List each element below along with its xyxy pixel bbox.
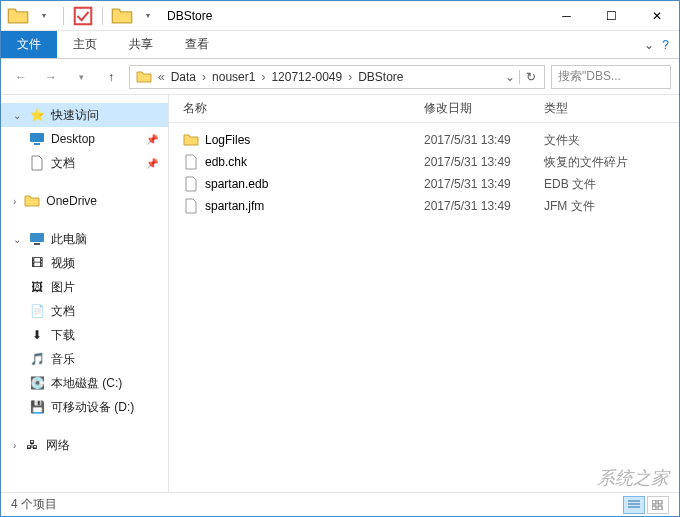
desktop-icon	[29, 131, 45, 147]
video-icon: 🎞	[29, 255, 45, 271]
close-button[interactable]: ✕	[634, 1, 679, 31]
file-row[interactable]: LogFiles 2017/5/31 13:49 文件夹	[169, 129, 679, 151]
qat-dropdown-icon[interactable]: ▾	[33, 5, 55, 27]
forward-button[interactable]: →	[39, 65, 63, 89]
column-type[interactable]: 类型	[544, 100, 679, 117]
details-view-button[interactable]	[623, 496, 645, 514]
file-row[interactable]: spartan.jfm 2017/5/31 13:49 JFM 文件	[169, 195, 679, 217]
breadcrumb-segment[interactable]: 120712-0049	[267, 66, 346, 88]
column-name[interactable]: 名称	[169, 100, 424, 117]
sidebar-item-label: 下载	[51, 327, 75, 344]
removable-drive-icon: 💾	[29, 399, 45, 415]
breadcrumb[interactable]: « Data › nouser1 › 120712-0049 › DBStore…	[129, 65, 545, 89]
chevron-right-icon[interactable]: ›	[346, 70, 354, 84]
file-name: spartan.jfm	[205, 199, 264, 213]
folder-icon[interactable]	[7, 5, 29, 27]
pin-icon: 📌	[146, 134, 158, 145]
file-icon	[183, 176, 199, 192]
chevron-right-icon[interactable]: «	[156, 70, 167, 84]
svg-rect-5	[652, 500, 656, 504]
refresh-icon[interactable]: ↻	[519, 70, 542, 84]
breadcrumb-segment[interactable]: DBStore	[354, 66, 407, 88]
qat-dropdown2-icon[interactable]: ▾	[137, 5, 159, 27]
separator	[63, 7, 64, 25]
file-row[interactable]: spartan.edb 2017/5/31 13:49 EDB 文件	[169, 173, 679, 195]
sidebar-quick-access[interactable]: ⌄ ⭐ 快速访问	[1, 103, 168, 127]
sidebar-item-pictures[interactable]: 🖼图片	[1, 275, 168, 299]
star-icon: ⭐	[29, 107, 45, 123]
file-name: spartan.edb	[205, 177, 268, 191]
sidebar-this-pc[interactable]: ⌄ 此电脑	[1, 227, 168, 251]
pin-icon: 📌	[146, 158, 158, 169]
sidebar-item-documents[interactable]: 📄文档	[1, 299, 168, 323]
maximize-button[interactable]: ☐	[589, 1, 634, 31]
chevron-down-icon[interactable]: ⌄	[13, 110, 21, 121]
svg-rect-7	[652, 506, 656, 510]
document-icon: 📄	[29, 303, 45, 319]
explorer-window: ▾ ▾ DBStore ─ ☐ ✕ 文件 主页 共享 查看 ⌄ ? ← → ▾ …	[0, 0, 680, 517]
properties-icon[interactable]	[72, 5, 94, 27]
statusbar: 4 个项目	[1, 492, 679, 516]
sidebar-item-label: 本地磁盘 (C:)	[51, 375, 122, 392]
sidebar-item-music[interactable]: 🎵音乐	[1, 347, 168, 371]
sidebar-item-label: 视频	[51, 255, 75, 272]
ribbon-expand-icon[interactable]: ⌄	[644, 38, 654, 52]
folder-small-icon[interactable]	[111, 5, 133, 27]
column-headers: 名称 修改日期 类型	[169, 95, 679, 123]
sidebar-item-downloads[interactable]: ⬇下载	[1, 323, 168, 347]
icons-view-button[interactable]	[647, 496, 669, 514]
sidebar-item-desktop[interactable]: Desktop 📌	[1, 127, 168, 151]
file-date: 2017/5/31 13:49	[424, 133, 544, 147]
chevron-down-icon[interactable]: ⌄	[13, 234, 21, 245]
sidebar-item-videos[interactable]: 🎞视频	[1, 251, 168, 275]
ribbon-tab-home[interactable]: 主页	[57, 31, 113, 58]
svg-rect-6	[658, 500, 662, 504]
breadcrumb-segment[interactable]: nouser1	[208, 66, 259, 88]
sidebar-item-label: 文档	[51, 155, 75, 172]
titlebar: ▾ ▾ DBStore ─ ☐ ✕	[1, 1, 679, 31]
download-icon: ⬇	[29, 327, 45, 343]
file-list: LogFiles 2017/5/31 13:49 文件夹 edb.chk 201…	[169, 123, 679, 492]
help-icon[interactable]: ?	[662, 38, 669, 52]
ribbon-tab-view[interactable]: 查看	[169, 31, 225, 58]
sidebar-item-label: 快速访问	[51, 107, 99, 124]
file-type: EDB 文件	[544, 176, 679, 193]
breadcrumb-segment[interactable]: Data	[167, 66, 200, 88]
window-controls: ─ ☐ ✕	[544, 1, 679, 31]
recent-dropdown-icon[interactable]: ▾	[69, 65, 93, 89]
search-input[interactable]: 搜索"DBS...	[551, 65, 671, 89]
sidebar-item-drive-d[interactable]: 💾可移动设备 (D:)	[1, 395, 168, 419]
file-date: 2017/5/31 13:49	[424, 199, 544, 213]
file-icon	[183, 154, 199, 170]
status-item-count: 4 个项目	[11, 496, 57, 513]
chevron-right-icon[interactable]: ›	[200, 70, 208, 84]
minimize-button[interactable]: ─	[544, 1, 589, 31]
column-date[interactable]: 修改日期	[424, 100, 544, 117]
chevron-right-icon[interactable]: ›	[13, 196, 16, 207]
svg-rect-3	[30, 233, 44, 242]
file-type: JFM 文件	[544, 198, 679, 215]
sidebar-network[interactable]: › 🖧 网络	[1, 433, 168, 457]
picture-icon: 🖼	[29, 279, 45, 295]
file-name: edb.chk	[205, 155, 247, 169]
sidebar-item-drive-c[interactable]: 💽本地磁盘 (C:)	[1, 371, 168, 395]
svg-rect-4	[34, 243, 40, 245]
network-icon: 🖧	[24, 437, 40, 453]
up-button[interactable]: ↑	[99, 65, 123, 89]
file-row[interactable]: edb.chk 2017/5/31 13:49 恢复的文件碎片	[169, 151, 679, 173]
ribbon-file-tab[interactable]: 文件	[1, 31, 57, 58]
folder-icon	[132, 66, 156, 88]
svg-rect-2	[34, 143, 40, 145]
sidebar-item-label: 音乐	[51, 351, 75, 368]
chevron-right-icon[interactable]: ›	[259, 70, 267, 84]
ribbon-tab-share[interactable]: 共享	[113, 31, 169, 58]
quick-access-toolbar: ▾ ▾	[1, 5, 159, 27]
chevron-right-icon[interactable]: ›	[13, 440, 16, 451]
breadcrumb-dropdown-icon[interactable]: ⌄	[505, 70, 519, 84]
document-icon	[29, 155, 45, 171]
cloud-icon	[24, 193, 40, 209]
sidebar-item-documents[interactable]: 文档 📌	[1, 151, 168, 175]
nav-row: ← → ▾ ↑ « Data › nouser1 › 120712-0049 ›…	[1, 59, 679, 95]
back-button[interactable]: ←	[9, 65, 33, 89]
sidebar-onedrive[interactable]: › OneDrive	[1, 189, 168, 213]
